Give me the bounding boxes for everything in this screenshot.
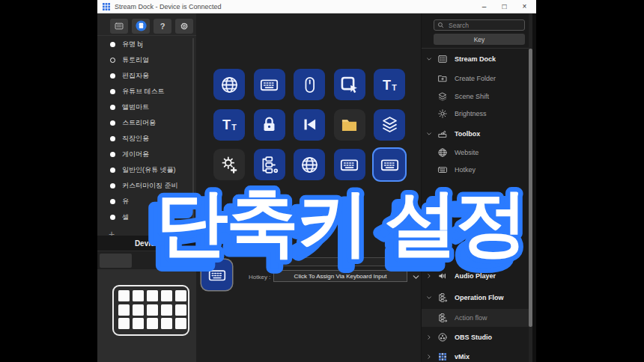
deck-canvas: TTTT Title : Hotkey : Click To Assign Vi… xyxy=(196,13,421,362)
tree-item-brightness[interactable]: Brightness xyxy=(422,105,529,123)
preview-key xyxy=(147,304,158,316)
deck-key-keyboard-selected[interactable] xyxy=(374,149,405,180)
profile-item[interactable]: 튜토리얼 xyxy=(97,52,194,68)
chevron-right-icon[interactable] xyxy=(426,273,434,279)
search-input[interactable] xyxy=(447,21,521,30)
audio-player-icon xyxy=(437,271,448,281)
minimize-button[interactable]: – xyxy=(474,0,494,13)
sidebar-scrollbar[interactable] xyxy=(192,38,194,225)
device-preview xyxy=(112,285,189,336)
tree-item-vmix[interactable]: vMix xyxy=(422,348,529,362)
operation-flow-icon xyxy=(437,292,448,303)
radio-icon xyxy=(110,73,115,79)
key-tab[interactable]: Key xyxy=(434,34,525,45)
profile-item-label: 게이머용 xyxy=(122,150,149,159)
profile-item-label: 커스터마이징 준비 xyxy=(122,181,178,191)
profile-item[interactable]: 셀 xyxy=(97,209,194,225)
maximize-button[interactable]: □ xyxy=(494,0,514,13)
tree-item-label: Scene Shift xyxy=(455,93,489,100)
deck-key-keyboard[interactable] xyxy=(334,149,365,180)
profile-item[interactable]: 앨범마트 xyxy=(97,99,194,115)
profile-item[interactable]: 유 xyxy=(97,194,194,209)
profile-item[interactable]: 유튜브 테스트 xyxy=(97,84,194,99)
deck-key-folder[interactable] xyxy=(334,109,365,141)
radio-icon xyxy=(110,89,115,94)
tree-item-toolbox[interactable]: Toolbox xyxy=(422,125,529,143)
lock-icon xyxy=(259,114,279,135)
device-button[interactable] xyxy=(110,19,128,34)
chevron-down-icon[interactable] xyxy=(411,272,421,281)
profile-item-label: 유튜브 테스트 xyxy=(122,87,165,96)
deck-key-text[interactable]: TT xyxy=(374,69,405,100)
tree-item-stream-dock[interactable]: Stream Dock xyxy=(422,50,529,68)
chevron-right-icon[interactable] xyxy=(426,334,434,340)
deck-key-mouse[interactable] xyxy=(294,69,325,100)
deck-key-layers[interactable] xyxy=(374,109,405,141)
tree-item-obs-studio[interactable]: OBS Studio xyxy=(422,328,529,346)
tree-item-audio-player[interactable]: Audio Player xyxy=(422,267,529,285)
profile-item-label: 튜토리얼 xyxy=(122,55,149,65)
tree-item-website[interactable]: Website xyxy=(422,144,529,162)
settings-button[interactable] xyxy=(175,19,193,34)
tree-item-action-flow[interactable]: Action flow xyxy=(422,309,529,327)
keyboard-icon xyxy=(437,165,448,175)
radio-icon xyxy=(110,183,115,188)
profile-item-label: 일반인(유튜 넷플) xyxy=(122,165,176,175)
preview-key xyxy=(118,318,130,329)
preview-key xyxy=(147,318,158,329)
keyboard-icon xyxy=(339,155,359,175)
deck-key-lock[interactable] xyxy=(254,109,285,141)
profile-item[interactable]: 직장인용 xyxy=(97,131,194,147)
tree-item-label: vMix xyxy=(455,353,470,361)
help-icon: ? xyxy=(160,22,165,31)
tree-item-scene-shift[interactable]: Scene Shift xyxy=(422,88,529,105)
deck-key-text[interactable]: TT xyxy=(213,109,245,141)
chevron-down-icon[interactable] xyxy=(426,295,434,301)
chevron-down-icon[interactable] xyxy=(426,56,434,62)
profile-item[interactable]: 편집자용 xyxy=(97,68,194,84)
hotkey-assign-button[interactable]: Click To Assign Via Keyboard Input xyxy=(273,270,407,282)
device-tab[interactable]: Device xyxy=(97,236,196,251)
radio-icon xyxy=(110,42,115,47)
deck-key-keyboard[interactable] xyxy=(254,69,285,100)
store-button[interactable] xyxy=(132,19,150,34)
deck-key-globe[interactable] xyxy=(213,69,245,100)
preview-key xyxy=(118,290,130,301)
deck-key-skip-previous[interactable] xyxy=(294,109,325,141)
profile-item-label: 앨범마트 xyxy=(122,102,149,112)
deck-key-brightness-add[interactable] xyxy=(213,149,245,180)
chevron-down-icon[interactable] xyxy=(426,131,434,137)
close-button[interactable]: × xyxy=(514,0,535,13)
panel-divider xyxy=(422,48,529,49)
radio-icon xyxy=(110,120,115,126)
tree-item-label: Brightness xyxy=(455,110,487,117)
device-select-dropdown[interactable] xyxy=(100,254,132,268)
profile-item[interactable]: 커스터마이징 준비 xyxy=(97,178,194,194)
profile-item[interactable]: 스트리머용 xyxy=(97,115,194,131)
title-field-label: Title : xyxy=(200,242,214,249)
profile-item[interactable]: 유명 bj xyxy=(97,37,194,52)
deck-key-operation-flow[interactable] xyxy=(254,149,285,180)
title-input[interactable] xyxy=(273,257,407,266)
tree-item-operation-flow[interactable]: Operation Flow xyxy=(422,289,529,307)
search-box xyxy=(434,19,525,31)
deck-key-select-region[interactable] xyxy=(334,69,365,100)
profile-item[interactable]: 일반인(유튜 넷플) xyxy=(97,162,194,178)
chevron-right-icon[interactable] xyxy=(426,354,434,360)
preview-key xyxy=(175,290,186,301)
device-icon xyxy=(114,21,124,31)
tree-item-label: Toolbox xyxy=(455,130,480,138)
profiles-sidebar: ? 유명 bj튜토리얼편집자용유튜브 테스트앨범마트스트리머용직장인용게이머용일… xyxy=(97,13,196,362)
tree-item-hotkey[interactable]: Hotkey xyxy=(422,161,529,179)
brightness-icon xyxy=(437,108,448,119)
deck-key-globe[interactable] xyxy=(294,149,325,180)
svg-text:T: T xyxy=(222,117,230,132)
tree-item-create-folder[interactable]: Create Folder xyxy=(422,70,529,88)
select-region-icon xyxy=(339,75,359,95)
mouse-icon xyxy=(300,75,320,95)
keyboard-icon xyxy=(207,266,227,285)
profile-item-label: 셀 xyxy=(122,212,129,222)
profile-item[interactable]: 게이머용 xyxy=(97,147,194,162)
window-title: Stream Dock - Device is Connected xyxy=(115,3,222,10)
help-button[interactable]: ? xyxy=(154,19,171,34)
